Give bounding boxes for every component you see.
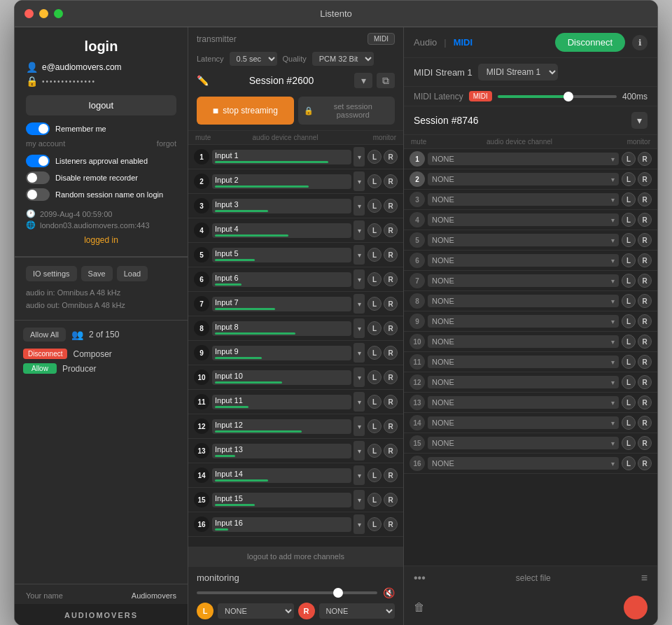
channel-dropdown-16[interactable]: ▾ (354, 514, 365, 534)
maximize-dot[interactable] (54, 9, 63, 18)
channel-r-btn-5[interactable]: R (384, 248, 398, 262)
right-ch-r-btn-7[interactable]: R (638, 274, 652, 288)
channel-dropdown-11[interactable]: ▾ (354, 392, 365, 412)
io-settings-button[interactable]: IO settings (26, 266, 77, 281)
allow-all-button[interactable]: Allow All (23, 328, 66, 342)
channel-dropdown-8[interactable]: ▾ (354, 318, 365, 338)
right-ch-l-btn-7[interactable]: L (622, 274, 636, 288)
right-ch-l-btn-8[interactable]: L (622, 294, 636, 308)
right-ch-arrow-14[interactable]: ▾ (611, 419, 615, 427)
channel-l-btn-3[interactable]: L (368, 199, 382, 213)
load-button[interactable]: Load (117, 266, 148, 281)
right-ch-l-btn-14[interactable]: L (622, 416, 636, 430)
right-ch-l-btn-11[interactable]: L (622, 355, 636, 369)
channel-dropdown-3[interactable]: ▾ (354, 196, 365, 216)
monitor-r-button[interactable]: R (298, 603, 315, 619)
right-ch-l-btn-4[interactable]: L (622, 213, 636, 227)
disable-remote-toggle[interactable] (26, 171, 50, 184)
right-ch-r-btn-14[interactable]: R (638, 416, 652, 430)
right-ch-r-btn-16[interactable]: R (638, 456, 652, 470)
channel-r-btn-4[interactable]: R (384, 223, 398, 237)
right-ch-l-btn-5[interactable]: L (622, 233, 636, 247)
right-ch-arrow-9[interactable]: ▾ (611, 318, 615, 325)
remember-toggle[interactable] (26, 122, 50, 135)
right-ch-arrow-13[interactable]: ▾ (611, 399, 615, 407)
listener2-allow-button[interactable]: Allow (23, 363, 57, 374)
channel-l-btn-10[interactable]: L (368, 370, 382, 384)
right-ch-r-btn-3[interactable]: R (638, 192, 652, 206)
right-ch-arrow-11[interactable]: ▾ (611, 358, 615, 366)
right-ch-r-btn-10[interactable]: R (638, 335, 652, 349)
right-ch-r-btn-4[interactable]: R (638, 213, 652, 227)
right-ch-r-btn-8[interactable]: R (638, 294, 652, 308)
channel-r-btn-1[interactable]: R (384, 150, 398, 164)
channel-l-btn-5[interactable]: L (368, 248, 382, 262)
logout-channels-button[interactable]: logout to add more channels (188, 547, 403, 566)
right-ch-arrow-6[interactable]: ▾ (611, 257, 615, 265)
right-ch-arrow-16[interactable]: ▾ (611, 460, 615, 468)
listener1-disconnect-button[interactable]: Disconnect (23, 349, 67, 359)
trash-icon[interactable]: 🗑 (414, 601, 425, 614)
right-ch-arrow-10[interactable]: ▾ (611, 338, 615, 346)
channel-r-btn-12[interactable]: R (384, 419, 398, 433)
quality-select[interactable]: PCM 32 Bit (312, 52, 374, 66)
logout-button[interactable]: logout (26, 95, 176, 115)
channel-l-btn-12[interactable]: L (368, 419, 382, 433)
right-ch-l-btn-2[interactable]: L (622, 172, 636, 186)
session-dropdown-button[interactable]: ▾ (354, 73, 372, 88)
channel-dropdown-4[interactable]: ▾ (354, 220, 365, 240)
disconnect-button[interactable]: Disconnect (555, 33, 625, 52)
right-ch-arrow-5[interactable]: ▾ (611, 237, 615, 244)
latency-select[interactable]: 0.5 sec (230, 52, 277, 66)
select-file-text[interactable]: select file (433, 573, 634, 583)
copy-session-button[interactable]: ⧉ (377, 73, 395, 88)
channel-dropdown-13[interactable]: ▾ (354, 441, 365, 461)
monitor-l-button[interactable]: L (197, 603, 214, 619)
right-ch-r-btn-6[interactable]: R (638, 253, 652, 267)
channel-r-btn-13[interactable]: R (384, 444, 398, 458)
monitoring-slider[interactable] (197, 591, 377, 594)
channel-r-btn-3[interactable]: R (384, 199, 398, 213)
record-button[interactable] (624, 596, 648, 619)
right-ch-l-btn-9[interactable]: L (622, 314, 636, 328)
channel-l-btn-6[interactable]: L (368, 272, 382, 286)
right-ch-arrow-3[interactable]: ▾ (611, 196, 615, 204)
tab-audio[interactable]: Audio (414, 37, 437, 48)
channel-r-btn-16[interactable]: R (384, 517, 398, 531)
right-ch-arrow-2[interactable]: ▾ (611, 176, 615, 183)
right-ch-r-btn-12[interactable]: R (638, 375, 652, 389)
listeners-toggle[interactable] (26, 155, 50, 167)
channel-l-btn-15[interactable]: L (368, 493, 382, 507)
channel-l-btn-16[interactable]: L (368, 517, 382, 531)
channel-r-btn-15[interactable]: R (384, 493, 398, 507)
dots-menu-icon[interactable]: ••• (414, 572, 426, 584)
midi-latency-slider[interactable] (498, 95, 617, 98)
info-button[interactable]: ℹ (632, 35, 648, 50)
right-ch-r-btn-15[interactable]: R (638, 436, 652, 450)
channel-dropdown-7[interactable]: ▾ (354, 294, 365, 314)
channel-dropdown-14[interactable]: ▾ (354, 465, 365, 485)
right-ch-l-btn-16[interactable]: L (622, 456, 636, 470)
right-ch-l-btn-15[interactable]: L (622, 436, 636, 450)
channel-l-btn-7[interactable]: L (368, 297, 382, 311)
forgot-link[interactable]: forgot (157, 139, 176, 148)
right-ch-l-btn-10[interactable]: L (622, 335, 636, 349)
session-right-dropdown[interactable]: ▾ (631, 112, 648, 129)
channel-l-btn-1[interactable]: L (368, 150, 382, 164)
right-ch-r-btn-9[interactable]: R (638, 314, 652, 328)
channel-dropdown-2[interactable]: ▾ (354, 171, 365, 191)
channel-l-btn-9[interactable]: L (368, 346, 382, 360)
right-ch-l-btn-12[interactable]: L (622, 375, 636, 389)
channel-dropdown-15[interactable]: ▾ (354, 490, 365, 510)
right-ch-r-btn-11[interactable]: R (638, 355, 652, 369)
right-ch-arrow-15[interactable]: ▾ (611, 440, 615, 447)
right-ch-arrow-7[interactable]: ▾ (611, 277, 615, 285)
channel-l-btn-11[interactable]: L (368, 395, 382, 409)
minimize-dot[interactable] (39, 9, 48, 18)
channel-l-btn-8[interactable]: L (368, 321, 382, 335)
channel-r-btn-10[interactable]: R (384, 370, 398, 384)
random-session-toggle[interactable] (26, 188, 50, 201)
monitor-r-select[interactable]: NONE (319, 603, 396, 619)
channel-r-btn-11[interactable]: R (384, 395, 398, 409)
right-ch-arrow-12[interactable]: ▾ (611, 379, 615, 386)
